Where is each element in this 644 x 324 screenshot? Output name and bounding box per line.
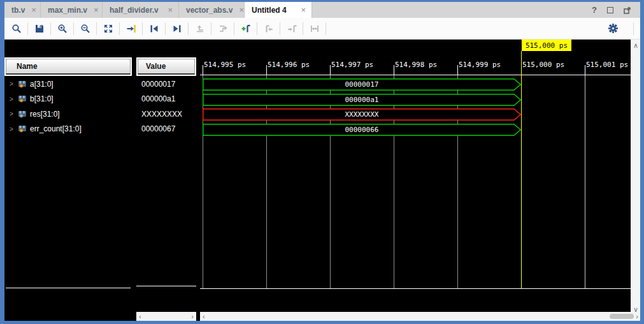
- axis-tick: [330, 65, 331, 75]
- axis-tick-label: 514,995 ps: [204, 61, 246, 69]
- scroll-left-icon[interactable]: ‹: [139, 312, 141, 321]
- signal-row-b[interactable]: > b[31:0]: [10, 92, 131, 107]
- name-column-header: Name: [6, 59, 131, 75]
- tab-vector-abs-v[interactable]: vector_abs.v ×: [179, 2, 245, 18]
- window-frame: tb.v × max_min.v × half_divider.v × vect…: [0, 0, 644, 324]
- hscrollbar-thumb[interactable]: [610, 314, 634, 319]
- zoom-to-cursor-button[interactable]: [122, 20, 140, 37]
- wave-bottom-line: [200, 288, 631, 289]
- add-marker-icon: [241, 24, 251, 34]
- previous-transition-button[interactable]: [145, 20, 162, 37]
- value-cell-err-count: 00000067: [141, 122, 195, 136]
- window-controls: ?: [592, 2, 640, 18]
- restore-cursor-icon: [195, 24, 205, 34]
- expand-chevron-icon[interactable]: >: [10, 80, 15, 87]
- axis-baseline: [200, 75, 631, 75]
- expand-chevron-icon[interactable]: >: [10, 96, 15, 103]
- maximize-icon[interactable]: [607, 7, 613, 13]
- expand-chevron-icon[interactable]: >: [10, 126, 15, 133]
- wave-bus-value: XXXXXXXX: [203, 108, 521, 121]
- move-cursor-icon: [218, 24, 228, 34]
- scroll-right-icon[interactable]: ›: [191, 312, 194, 321]
- bus-signal-icon: [18, 95, 27, 103]
- help-icon[interactable]: ?: [592, 5, 597, 15]
- save-icon: [34, 24, 45, 34]
- zoom-to-cursor-icon: [126, 24, 136, 34]
- wave-bus-b: 000000a1: [203, 94, 521, 106]
- time-cursor-flag[interactable]: 515,000 ps: [522, 40, 571, 51]
- axis-tick: [585, 65, 585, 75]
- waveform-toolbar: [4, 18, 640, 40]
- zoom-out-button[interactable]: [76, 20, 94, 37]
- value-panel-divider: [136, 286, 196, 286]
- value-column-header: Value: [138, 59, 195, 75]
- value-cell-b: 000000a1: [141, 92, 195, 107]
- settings-button[interactable]: [605, 20, 622, 37]
- tab-half-divider-v[interactable]: half_divider.v ×: [103, 2, 179, 18]
- waveform-canvas[interactable]: 514,995 ps 514,996 ps 514,997 ps 514,998…: [200, 40, 631, 321]
- expand-chevron-icon[interactable]: >: [10, 110, 15, 117]
- wave-bus-res: XXXXXXXX: [203, 108, 521, 121]
- value-header-label: Value: [146, 62, 166, 71]
- tab-label: half_divider.v: [110, 6, 159, 15]
- signal-row-err-count[interactable]: > err_count[31:0]: [10, 122, 131, 136]
- next-transition-icon: [172, 24, 182, 34]
- close-icon[interactable]: ×: [87, 5, 99, 15]
- waveform-hscrollbar[interactable]: ‹ ›: [200, 312, 640, 321]
- signal-name-label: res[31:0]: [30, 110, 60, 119]
- time-cursor-line[interactable]: [521, 51, 522, 288]
- zoom-in-icon: [57, 24, 68, 34]
- axis-tick: [203, 65, 203, 75]
- close-icon[interactable]: ×: [25, 5, 36, 15]
- previous-marker-button: [260, 20, 277, 37]
- gear-icon: [608, 23, 619, 34]
- tab-tb-v[interactable]: tb.v ×: [4, 2, 41, 18]
- zoom-fit-button[interactable]: [99, 20, 117, 37]
- value-panel-hscrollbar[interactable]: ‹ ›: [136, 312, 196, 321]
- previous-transition-icon: [149, 24, 159, 34]
- next-marker-button: [283, 20, 300, 37]
- gridline: [330, 75, 331, 288]
- axis-tick: [457, 65, 458, 75]
- add-marker-button[interactable]: [237, 20, 254, 37]
- scroll-left-icon[interactable]: ‹: [203, 312, 205, 321]
- value-cell-a: 00000017: [141, 77, 195, 91]
- zoom-fit-icon: [103, 24, 113, 34]
- find-button[interactable]: [8, 20, 25, 37]
- tab-max-min-v[interactable]: max_min.v ×: [41, 2, 103, 18]
- float-window-icon[interactable]: [624, 6, 631, 14]
- scroll-right-icon[interactable]: ›: [636, 312, 638, 321]
- zoom-in-button[interactable]: [54, 20, 71, 37]
- signal-row-a[interactable]: > a[31:0]: [10, 77, 131, 91]
- name-panel-divider: [6, 288, 131, 288]
- tab-label: max_min.v: [48, 6, 87, 15]
- close-icon[interactable]: ×: [294, 5, 306, 15]
- previous-marker-icon: [264, 24, 274, 34]
- axis-tick: [394, 65, 394, 75]
- bus-signal-icon: [18, 125, 27, 133]
- bus-signal-icon: [18, 110, 27, 118]
- gridline: [394, 75, 394, 288]
- close-icon[interactable]: ×: [161, 5, 173, 15]
- axis-tick-label: 515,000 ps: [522, 61, 564, 69]
- tab-untitled-4[interactable]: Untitled 4 ×: [245, 2, 312, 18]
- tab-label: Untitled 4: [252, 6, 287, 15]
- app-window: tb.v × max_min.v × half_divider.v × vect…: [4, 2, 640, 321]
- signal-name-label: b[31:0]: [30, 94, 54, 103]
- wave-bus-a: 00000017: [203, 78, 521, 91]
- find-icon: [11, 24, 22, 34]
- close-icon[interactable]: ×: [233, 5, 244, 15]
- zoom-out-icon: [80, 24, 90, 34]
- move-cursor-button: [214, 20, 231, 37]
- next-transition-button[interactable]: [168, 20, 185, 37]
- waveform-vscrollbar[interactable]: ∧ ∨: [631, 40, 640, 321]
- editor-tab-bar: tb.v × max_min.v × half_divider.v × vect…: [4, 2, 640, 18]
- axis-tick-label: 514,999 ps: [459, 61, 501, 69]
- gridline: [266, 75, 267, 288]
- bus-signal-icon: [18, 80, 27, 88]
- save-waveform-button[interactable]: [31, 20, 48, 37]
- scroll-up-icon[interactable]: ∧: [633, 41, 638, 50]
- wave-bus-err-count: 00000066: [203, 124, 521, 136]
- signal-row-res[interactable]: > res[31:0]: [10, 107, 131, 121]
- value-cell-res: XXXXXXXX: [141, 107, 195, 121]
